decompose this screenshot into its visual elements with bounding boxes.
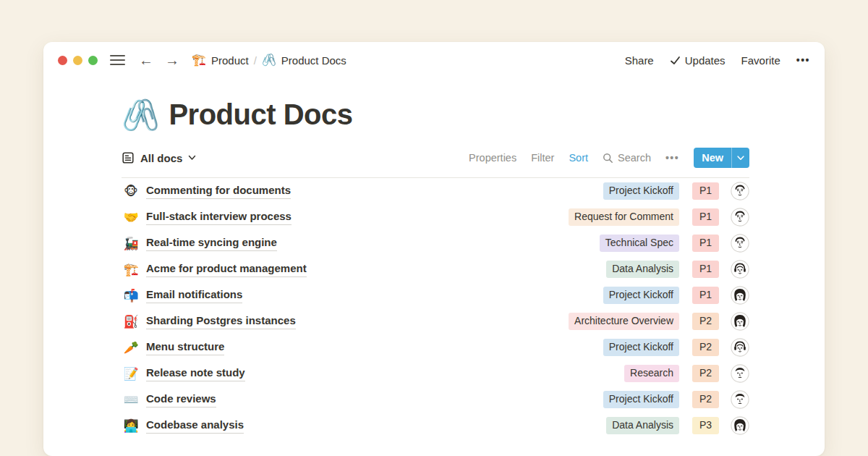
new-button-group: New (694, 148, 749, 168)
priority-badge[interactable]: P2 (692, 313, 719, 330)
search-button[interactable]: Search (603, 152, 651, 164)
view-selector[interactable]: All docs (122, 151, 196, 164)
handshake-icon: 🤝 (122, 211, 140, 224)
owner-avatar[interactable] (731, 208, 749, 227)
owner-avatar[interactable] (731, 416, 749, 435)
new-dropdown-button[interactable] (732, 148, 749, 168)
breadcrumb-parent[interactable]: 🏗️ Product (192, 54, 249, 67)
breadcrumb-parent-label: Product (211, 54, 249, 67)
favorite-button[interactable]: Favorite (741, 54, 780, 67)
docs-list: 🐵 Commenting for documents Project Kicko… (122, 178, 749, 439)
table-row[interactable]: 🥕 Menu structure Project Kickoff P2 (122, 334, 749, 360)
priority-badge[interactable]: P1 (692, 287, 719, 304)
doc-title-link[interactable]: Email notifications (146, 287, 242, 303)
doc-title-link[interactable]: Commenting for documents (146, 183, 291, 199)
toolbar-more-button[interactable]: ••• (665, 152, 679, 164)
doc-type-badge[interactable]: Project Kickoff (603, 391, 679, 408)
priority-badge[interactable]: P1 (692, 182, 719, 200)
table-row[interactable]: ⌨️ Code reviews Project Kickoff P2 (122, 387, 749, 413)
keyboard-icon: ⌨️ (122, 394, 140, 406)
doc-type-badge[interactable]: Technical Spec (600, 235, 679, 252)
doc-type-badge[interactable]: Architecture Overview (569, 313, 679, 330)
priority-badge[interactable]: P1 (692, 208, 719, 226)
list-view-icon (122, 151, 135, 164)
table-row[interactable]: 🐵 Commenting for documents Project Kicko… (122, 178, 749, 204)
page-header: 🖇️ Product Docs (122, 98, 749, 131)
owner-avatar[interactable] (731, 182, 749, 200)
doc-title-link[interactable]: Release note study (146, 366, 245, 381)
doc-title-link[interactable]: Menu structure (146, 339, 224, 355)
owner-avatar[interactable] (731, 312, 749, 331)
doc-type-badge[interactable]: Project Kickoff (603, 287, 679, 304)
table-row[interactable]: 🏗️ Acme for product management Data Anal… (122, 256, 749, 282)
building-construction-icon: 🏗️ (192, 54, 206, 66)
sort-button[interactable]: Sort (569, 152, 588, 164)
topbar-more-button[interactable]: ••• (796, 54, 810, 66)
table-row[interactable]: 👩‍💻 Codebase analysis Data Analysis P3 (122, 413, 749, 439)
priority-badge[interactable]: P2 (692, 391, 719, 408)
page-content: 🖇️ Product Docs All docs Properties Filt… (43, 78, 825, 439)
table-row[interactable]: 📝 Release note study Research P2 (122, 360, 749, 387)
priority-badge[interactable]: P1 (692, 261, 719, 278)
view-selector-label: All docs (140, 152, 182, 164)
breadcrumb-separator: / (254, 54, 257, 67)
doc-title-link[interactable]: Acme for product management (146, 261, 307, 277)
chevron-down-icon (737, 156, 744, 161)
breadcrumb-current[interactable]: 🖇️ Product Docs (262, 54, 346, 67)
doc-type-badge[interactable]: Project Kickoff (603, 182, 679, 200)
updates-button[interactable]: Updates (670, 54, 726, 67)
owner-avatar[interactable] (731, 260, 749, 279)
chevron-down-icon (188, 155, 196, 161)
locomotive-icon: 🚂 (122, 237, 140, 250)
priority-badge[interactable]: P2 (692, 365, 719, 382)
zoom-window-button[interactable] (88, 56, 98, 65)
carrot-icon: 🥕 (122, 342, 140, 354)
monkey-face-icon: 🐵 (122, 185, 140, 198)
close-window-button[interactable] (58, 56, 67, 65)
doc-title-link[interactable]: Code reviews (146, 392, 216, 408)
table-row[interactable]: 🚂 Real-time syncing engine Technical Spe… (122, 230, 749, 256)
traffic-lights (58, 56, 98, 65)
doc-title-link[interactable]: Codebase analysis (146, 418, 244, 434)
window-topbar: ← → 🏗️ Product / 🖇️ Product Docs Share (43, 42, 825, 78)
doc-title-link[interactable]: Sharding Postgres instances (146, 313, 296, 329)
memo-icon: 📝 (122, 368, 140, 380)
search-icon (603, 153, 613, 164)
mailbox-icon: 📬 (122, 290, 140, 302)
minimize-window-button[interactable] (73, 56, 82, 65)
table-row[interactable]: 🤝 Full-stack interview process Request f… (122, 204, 749, 230)
doc-type-badge[interactable]: Data Analysis (606, 417, 679, 434)
forward-button[interactable]: → (165, 53, 179, 67)
table-row[interactable]: ⛽ Sharding Postgres instances Architectu… (122, 308, 749, 334)
doc-type-badge[interactable]: Data Analysis (606, 261, 679, 278)
page-title: Product Docs (169, 98, 352, 131)
priority-badge[interactable]: P2 (692, 339, 719, 356)
database-toolbar: All docs Properties Filter Sort Search •… (122, 147, 749, 169)
doc-title-link[interactable]: Full-stack interview process (146, 209, 292, 225)
owner-avatar[interactable] (731, 390, 749, 409)
app-window: ← → 🏗️ Product / 🖇️ Product Docs Share (43, 42, 825, 456)
back-button[interactable]: ← (139, 53, 153, 67)
filter-button[interactable]: Filter (531, 152, 554, 164)
fuel-pump-icon: ⛽ (122, 316, 140, 328)
building-construction-icon: 🏗️ (122, 263, 140, 276)
new-button[interactable]: New (694, 148, 731, 168)
page-paperclip-icon[interactable]: 🖇️ (122, 100, 159, 130)
owner-avatar[interactable] (731, 286, 749, 305)
table-row[interactable]: 📬 Email notifications Project Kickoff P1 (122, 282, 749, 308)
owner-avatar[interactable] (731, 338, 749, 357)
doc-type-badge[interactable]: Research (624, 365, 679, 382)
breadcrumb: 🏗️ Product / 🖇️ Product Docs (192, 54, 346, 67)
priority-badge[interactable]: P1 (692, 235, 719, 252)
owner-avatar[interactable] (731, 234, 749, 253)
doc-type-badge[interactable]: Project Kickoff (603, 339, 679, 356)
doc-title-link[interactable]: Real-time syncing engine (146, 235, 277, 251)
hamburger-menu-icon[interactable] (110, 55, 125, 66)
doc-type-badge[interactable]: Request for Comment (569, 208, 679, 226)
priority-badge[interactable]: P3 (692, 417, 719, 434)
paperclip-icon: 🖇️ (262, 54, 276, 66)
properties-button[interactable]: Properties (469, 152, 516, 164)
share-button[interactable]: Share (625, 54, 654, 67)
technologist-icon: 👩‍💻 (122, 420, 140, 432)
owner-avatar[interactable] (731, 364, 749, 383)
